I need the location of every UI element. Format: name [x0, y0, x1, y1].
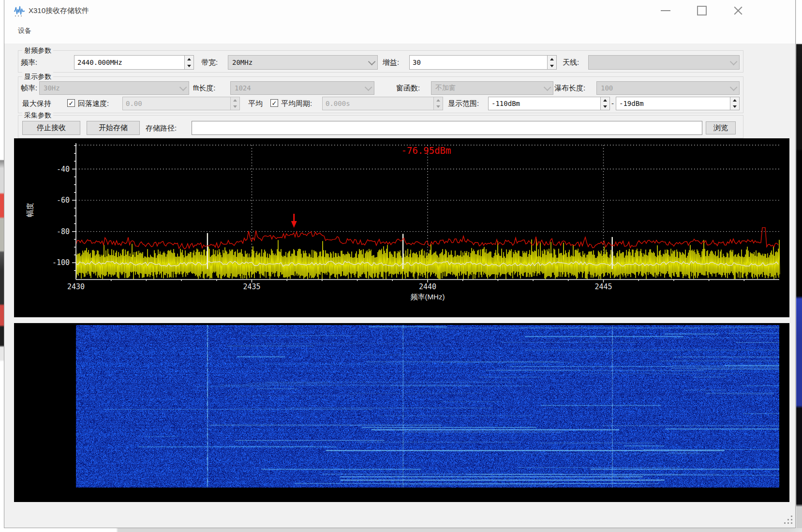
bandwidth-value: 20MHz	[232, 59, 252, 66]
chevron-down-icon	[368, 58, 376, 65]
stop-receive-button[interactable]: 停止接收	[22, 121, 80, 135]
resize-grip-icon[interactable]	[784, 515, 792, 524]
average-period-label: 平均周期:	[281, 97, 312, 110]
minimize-button[interactable]	[649, 0, 683, 21]
fall-speed-spin-arrows	[230, 97, 239, 110]
close-icon	[733, 6, 743, 15]
svg-text:2440: 2440	[419, 282, 436, 291]
svg-text:频率(MHz): 频率(MHz)	[411, 293, 445, 301]
app-waveform-icon	[13, 5, 26, 17]
fall-speed-spinbox	[122, 97, 240, 110]
spectrum-panel[interactable]: -40-60-80-1002430243524402445频率(MHz)幅度-7…	[14, 138, 789, 317]
fall-speed-checkbox[interactable]: ✓	[67, 99, 75, 107]
spin-up-icon	[733, 99, 737, 102]
bandwidth-label: 带宽:	[201, 55, 218, 70]
display-range-max-spinbox[interactable]	[616, 97, 740, 110]
antenna-label: 天线:	[563, 55, 579, 70]
start-store-button[interactable]: 开始存储	[87, 121, 140, 135]
spin-up-icon	[550, 58, 554, 60]
svg-text:2435: 2435	[243, 282, 260, 291]
window-fn-label: 窗函数:	[396, 81, 420, 95]
frequency-spinbox[interactable]	[74, 55, 194, 70]
app-window: X310接收存储软件 设备 射频参数 频率: 带宽: 20MHz 增益:	[4, 0, 796, 528]
spin-down-icon	[187, 65, 191, 67]
svg-text:-100: -100	[52, 258, 70, 267]
waterfall-panel	[14, 323, 789, 502]
svg-text:幅度: 幅度	[26, 203, 34, 217]
title-bar: X310接收存储软件 设备	[4, 0, 795, 44]
window-title: X310接收存储软件	[29, 6, 89, 15]
average-period-spin-arrows	[433, 97, 443, 110]
chevron-down-icon	[544, 83, 551, 91]
spectrum-plot[interactable]: -40-60-80-1002430243524402445频率(MHz)幅度-7…	[14, 138, 789, 317]
maximize-button[interactable]	[685, 0, 719, 21]
bandwidth-combobox[interactable]: 20MHz	[228, 55, 378, 70]
store-path-input[interactable]	[192, 121, 702, 134]
svg-text:-60: -60	[57, 196, 70, 205]
desktop-background-right	[796, 0, 802, 532]
frequency-input[interactable]	[74, 56, 184, 69]
chevron-down-icon	[730, 83, 738, 91]
store-path-label: 存储路径:	[146, 121, 177, 135]
gain-spin-arrows[interactable]	[547, 56, 556, 69]
svg-text:-40: -40	[57, 165, 70, 174]
browse-button[interactable]: 浏览	[706, 121, 736, 134]
fft-length-combobox: 1024	[230, 81, 374, 95]
frequency-label: 频率:	[21, 55, 37, 70]
antenna-combobox	[588, 55, 740, 70]
capture-params-legend: 采集参数	[22, 111, 53, 119]
spin-down-icon	[733, 105, 737, 108]
chevron-down-icon	[365, 83, 372, 91]
desktop-background-left	[0, 0, 4, 532]
window-fn-value: 不加窗	[435, 84, 456, 92]
average-label: 平均	[248, 97, 263, 110]
window-fn-combobox: 不加窗	[431, 81, 553, 95]
frame-rate-value: 30Hz	[44, 84, 60, 92]
rf-params-legend: 射频参数	[22, 46, 53, 55]
display-params-legend: 显示参数	[22, 72, 53, 81]
spin-down-icon	[436, 105, 440, 108]
max-hold-label: 最大保持	[22, 97, 51, 110]
fall-speed-input	[123, 97, 230, 110]
close-button[interactable]	[721, 0, 755, 21]
display-range-separator: -	[611, 97, 614, 110]
fft-length-value: 1024	[235, 84, 251, 92]
average-period-spinbox	[322, 97, 443, 110]
average-period-checkbox[interactable]: ✓	[270, 99, 278, 107]
frame-rate-combobox: 30Hz	[39, 81, 189, 95]
display-range-min-input[interactable]	[489, 97, 600, 110]
frequency-spin-arrows[interactable]	[184, 56, 193, 69]
gain-label: 增益:	[383, 55, 399, 70]
svg-text:2445: 2445	[594, 282, 612, 291]
spin-down-icon	[233, 105, 237, 108]
menu-item-device[interactable]: 设备	[15, 26, 34, 36]
waterfall-length-combobox: 100	[596, 81, 740, 95]
minimize-icon	[661, 10, 670, 11]
store-path-field[interactable]	[192, 121, 702, 135]
svg-text:-76.95dBm: -76.95dBm	[401, 145, 451, 156]
chevron-down-icon	[179, 83, 187, 91]
frame-rate-label: 帧率:	[21, 81, 37, 95]
spin-up-icon	[436, 99, 440, 102]
waterfall-length-label: 瀑布长度:	[554, 81, 585, 95]
spin-up-icon	[603, 99, 607, 102]
fall-speed-label: 回落速度:	[78, 97, 109, 110]
gain-spinbox[interactable]	[409, 55, 557, 70]
display-range-max-spin-arrows[interactable]	[730, 97, 739, 110]
display-range-max-input[interactable]	[616, 97, 730, 110]
spin-up-icon	[187, 58, 191, 60]
gain-input[interactable]	[410, 56, 547, 69]
svg-text:2430: 2430	[67, 282, 85, 291]
desktop-background-bottom	[0, 528, 802, 532]
average-period-input	[323, 97, 433, 110]
waterfall-length-value: 100	[601, 84, 613, 92]
waterfall-display	[76, 325, 779, 488]
display-range-min-spinbox[interactable]	[488, 97, 610, 110]
display-range-label: 显示范围:	[448, 97, 479, 110]
svg-text:-80: -80	[57, 227, 70, 236]
display-range-min-spin-arrows[interactable]	[600, 97, 609, 110]
maximize-icon	[697, 6, 707, 15]
spin-up-icon	[233, 99, 237, 102]
spin-down-icon	[603, 105, 607, 108]
fft-length-label: fft长度:	[193, 81, 215, 95]
